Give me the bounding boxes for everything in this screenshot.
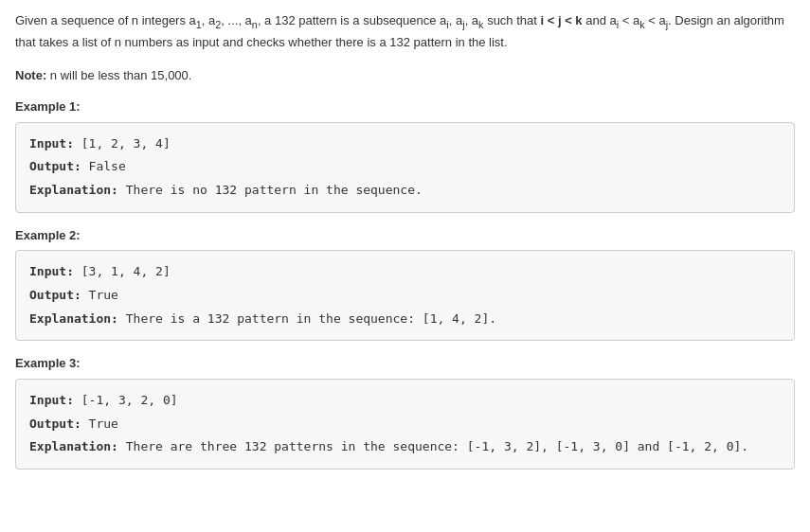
example-1-section: Example 1: Input: [1, 2, 3, 4] Output: F… [15, 98, 795, 213]
example-1-box: Input: [1, 2, 3, 4] Output: False Explan… [15, 122, 795, 213]
desc-text: Given a sequence of n integers a1, a2, .… [15, 13, 784, 49]
example-3-output-value: True [81, 417, 118, 431]
example-3-input: Input: [-1, 3, 2, 0] [29, 389, 781, 413]
example-1-input-value: [1, 2, 3, 4] [74, 136, 171, 151]
example-3-explanation-value: There are three 132 patterns in the sequ… [118, 439, 748, 453]
example-2-explanation-label: Explanation: [29, 311, 118, 326]
example-1-output: Output: False [29, 155, 781, 179]
example-3-explanation: Explanation: There are three 132 pattern… [29, 435, 781, 459]
note-text: n will be less than 15,000. [50, 68, 192, 82]
example-1-input-label: Input: [29, 136, 74, 151]
example-1-explanation: Explanation: There is no 132 pattern in … [29, 179, 781, 203]
example-2-output-value: True [81, 288, 118, 302]
example-2-output-label: Output: [29, 288, 81, 302]
example-3-section: Example 3: Input: [-1, 3, 2, 0] Output: … [15, 354, 795, 470]
example-3-output: Output: True [29, 413, 781, 436]
example-1-output-label: Output: [29, 159, 81, 173]
example-3-explanation-label: Explanation: [29, 439, 118, 453]
example-3-title: Example 3: [15, 354, 795, 373]
example-1-explanation-label: Explanation: [29, 183, 118, 197]
example-2-output: Output: True [29, 284, 781, 308]
example-2-input-label: Input: [29, 264, 74, 278]
example-2-section: Example 2: Input: [3, 1, 4, 2] Output: T… [15, 226, 795, 342]
example-2-explanation-value: There is a 132 pattern in the sequence: … [118, 311, 496, 326]
example-3-box: Input: [-1, 3, 2, 0] Output: True Explan… [15, 379, 795, 470]
example-1-input: Input: [1, 2, 3, 4] [29, 133, 781, 156]
example-2-title: Example 2: [15, 226, 795, 245]
example-2-box: Input: [3, 1, 4, 2] Output: True Explana… [15, 250, 795, 341]
example-2-input-value: [3, 1, 4, 2] [74, 264, 171, 278]
example-1-title: Example 1: [15, 98, 795, 116]
example-2-input: Input: [3, 1, 4, 2] [29, 260, 781, 284]
example-3-input-label: Input: [29, 393, 74, 407]
example-1-output-value: False [81, 159, 126, 173]
note-section: Note: n will be less than 15,000. [15, 66, 795, 85]
problem-description: Given a sequence of n integers a1, a2, .… [15, 11, 795, 53]
example-2-explanation: Explanation: There is a 132 pattern in t… [29, 308, 781, 331]
note-label: Note: [15, 68, 46, 82]
example-3-output-label: Output: [29, 417, 81, 431]
example-1-explanation-value: There is no 132 pattern in the sequence. [118, 183, 423, 197]
example-3-input-value: [-1, 3, 2, 0] [74, 393, 178, 407]
